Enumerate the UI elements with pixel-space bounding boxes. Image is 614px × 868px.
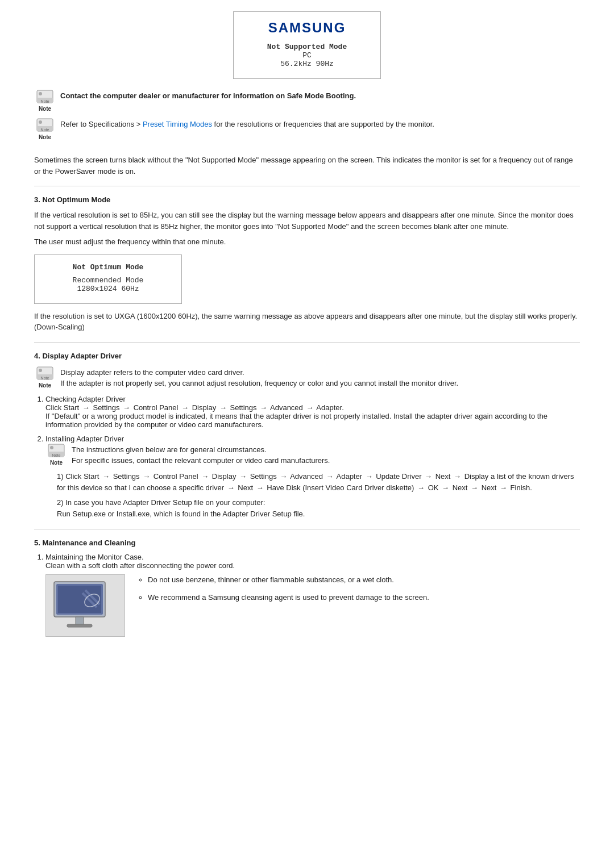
cleaning-bullet-2: We recommend a Samsung cleansing agent i… — [148, 592, 429, 604]
preset-timing-modes-link[interactable]: Preset Timing Modes — [143, 120, 212, 128]
section-5: 5. Maintenance and Cleaning Maintaining … — [34, 539, 580, 637]
section-3-body1: If the vertical resolution is set to 85H… — [34, 210, 580, 232]
note-icon-1: Note Note — [34, 89, 56, 112]
cleaning-bullet-list: Do not use benzene, thinner or other fla… — [136, 574, 429, 604]
svg-rect-19 — [76, 617, 84, 625]
installing-note-icon: Note Note — [45, 443, 67, 466]
maintenance-list-item-1: Maintaining the Monitor Case. Clean with… — [45, 553, 580, 637]
next-label: Next — [435, 472, 451, 481]
not-supported-mode-text: Not Supported Mode — [245, 43, 369, 51]
samsung-logo: SAMSUNG — [245, 20, 369, 36]
cleaning-bullets-container: Do not use benzene, thinner or other fla… — [136, 574, 429, 610]
note-label-2: Note — [39, 134, 51, 140]
note-image-icon: Note — [36, 89, 54, 105]
note-text-2: Refer to Specifications > Preset Timing … — [60, 118, 434, 130]
section-4-note-block: Note Note Display adapter refers to the … — [34, 366, 580, 389]
checking-adapter-path: Click Start → Settings → Control Panel →… — [45, 403, 580, 412]
note-image-icon-4: Note — [47, 443, 65, 459]
recommended-mode-label: Recommended Mode — [46, 276, 170, 285]
section-4-note-text: Display adapter refers to the computer v… — [60, 366, 458, 389]
frequency-text: 56.2kHz 90Hz — [245, 60, 369, 68]
sub-item-1: 1) Click Start → Settings → Control Pane… — [57, 471, 580, 494]
note-label-1: Note — [39, 106, 51, 112]
monitor-illustration — [45, 574, 125, 637]
installing-adapter-note: Note Note The instructions given below a… — [45, 443, 580, 466]
not-optimum-mode-text: Not Optimum Mode — [46, 263, 170, 272]
samsung-monitor-box: SAMSUNG Not Supported Mode PC 56.2kHz 90… — [34, 11, 580, 79]
note-label-4: Note — [50, 460, 63, 466]
recommended-mode-value: 1280x1024 60Hz — [46, 285, 170, 293]
checking-adapter-body: If "Default" or a wrong product model is… — [45, 412, 580, 429]
note-image-icon-3: Note — [36, 366, 54, 382]
section-5-list: Maintaining the Monitor Case. Clean with… — [34, 553, 580, 637]
list-item-checking-adapter: Checking Adapter Driver Click Start → Se… — [45, 395, 580, 429]
section-divider-1 — [34, 186, 580, 186]
note-label-3: Note — [39, 382, 51, 389]
svg-text:Note: Note — [41, 128, 49, 132]
section-4: 4. Display Adapter Driver Note Note Disp… — [34, 352, 580, 520]
checking-adapter-title: Checking Adapter Driver — [45, 395, 580, 403]
svg-text:Note: Note — [41, 99, 49, 103]
svg-point-9 — [39, 369, 42, 372]
section-3-body3: If the resolution is set to UXGA (1600x1… — [34, 311, 580, 333]
svg-rect-20 — [67, 624, 92, 627]
svg-point-13 — [50, 446, 53, 449]
installing-note-text: The instructions given below are for gen… — [72, 443, 330, 466]
cleaning-row: Do not use benzene, thinner or other fla… — [45, 574, 580, 637]
section-4-title: 4. Display Adapter Driver — [34, 352, 580, 360]
note-block-1: Note Note Contact the computer dealer or… — [34, 89, 580, 112]
note-block-2: Note Note Refer to Specifications > Pres… — [34, 118, 580, 140]
svg-point-1 — [39, 92, 42, 95]
installing-adapter-title: Installing Adapter Driver — [45, 435, 580, 443]
note-icon-2: Note Note — [34, 118, 56, 140]
note-text-1: Contact the computer dealer or manufactu… — [60, 89, 356, 102]
para-not-supported: Sometimes the screen turns black without… — [34, 155, 580, 177]
section-3: 3. Not Optimum Mode If the vertical reso… — [34, 195, 580, 333]
section-3-title: 3. Not Optimum Mode — [34, 195, 580, 204]
section-5-title: 5. Maintenance and Cleaning — [34, 539, 580, 547]
section-4-list: Checking Adapter Driver Click Start → Se… — [34, 395, 580, 520]
section-4-note-icon: Note Note — [34, 366, 56, 389]
svg-text:Note: Note — [52, 453, 61, 457]
maintenance-item-title: Maintaining the Monitor Case. — [45, 553, 580, 561]
svg-text:Note: Note — [41, 376, 49, 380]
note-image-icon-2: Note — [36, 118, 54, 133]
section-divider-3 — [34, 529, 580, 529]
cleaning-bullet-1: Do not use benzene, thinner or other fla… — [148, 574, 429, 586]
svg-point-5 — [39, 120, 42, 124]
section-divider-2 — [34, 342, 580, 343]
monitor-svg — [51, 579, 119, 633]
sub-item-2: 2) In case you have Adapter Driver Setup… — [57, 497, 580, 520]
list-item-installing-adapter: Installing Adapter Driver Note Note — [45, 435, 580, 520]
pc-label: PC — [245, 51, 369, 60]
maintenance-item-body: Clean with a soft cloth after disconnect… — [45, 561, 580, 570]
section-3-body2: The user must adjust the frequency withi… — [34, 236, 580, 248]
optimum-mode-box: Not Optimum Mode Recommended Mode 1280x1… — [34, 254, 182, 304]
